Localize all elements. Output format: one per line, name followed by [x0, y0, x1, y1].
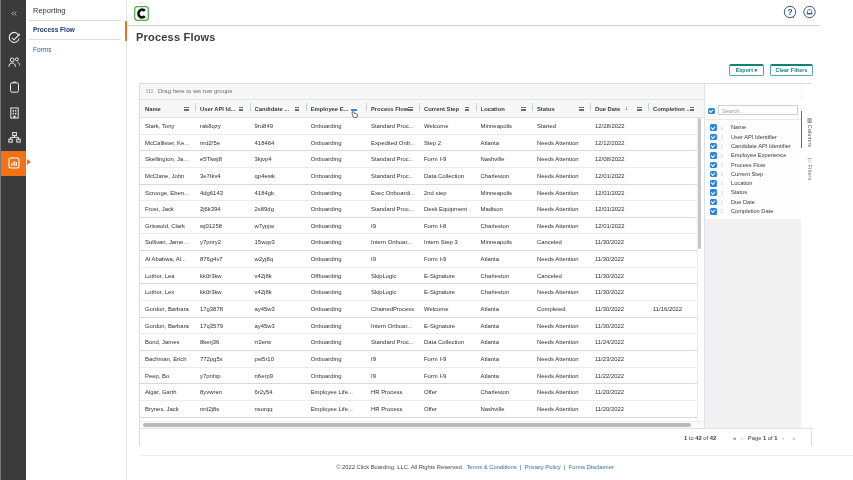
svg-text:?: ?: [787, 7, 792, 17]
